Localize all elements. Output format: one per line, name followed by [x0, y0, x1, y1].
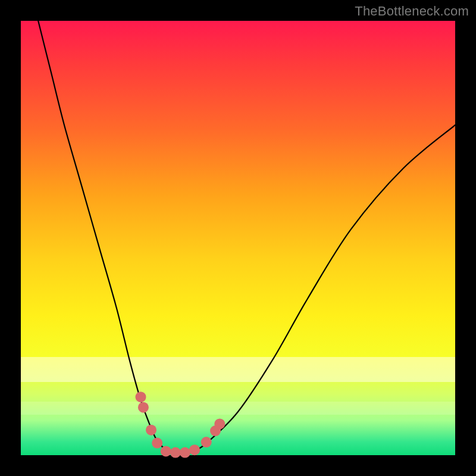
marker-dot [201, 437, 212, 447]
chart-frame: TheBottleneck.com [0, 0, 476, 476]
marker-dot [136, 392, 146, 402]
marker-dot [138, 402, 149, 413]
marker-dot [170, 447, 181, 458]
marker-dot [214, 418, 225, 429]
marker-dot [161, 446, 171, 456]
chart-svg [21, 21, 455, 455]
marker-dot [189, 444, 200, 455]
marker-dot [180, 447, 190, 458]
marker-dot [146, 425, 156, 436]
highlight-dots [136, 392, 226, 458]
watermark-text: TheBottleneck.com [355, 4, 469, 19]
bottleneck-curve [38, 21, 455, 453]
chart-plot-area [21, 21, 455, 455]
marker-dot [152, 438, 162, 449]
